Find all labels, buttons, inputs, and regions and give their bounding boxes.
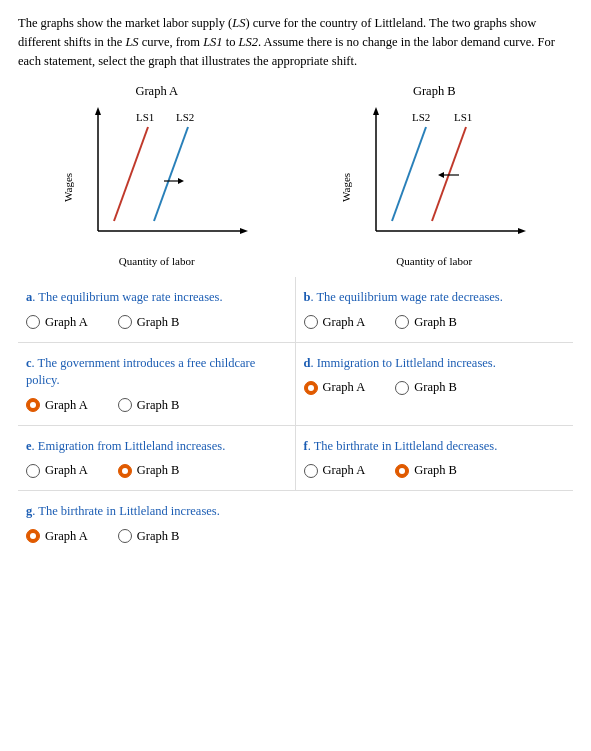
graph-a-svg: LS1 LS2 bbox=[76, 103, 251, 252]
question-a-radio-graph-b[interactable] bbox=[118, 315, 132, 329]
question-f-option-graph-b[interactable]: Graph B bbox=[395, 463, 457, 478]
question-f-text: f. The birthrate in Littleland decreases… bbox=[304, 438, 566, 456]
question-a-label-graph-a: Graph A bbox=[45, 315, 88, 330]
question-a-text: a. The equilibrium wage rate increases. bbox=[26, 289, 287, 307]
graphs-section: Graph A Wages LS1 bbox=[18, 84, 573, 267]
question-f-radio-graph-b[interactable] bbox=[395, 464, 409, 478]
graph-a-chart: LS1 LS2 bbox=[76, 103, 251, 248]
graph-a-ylabel: Wages bbox=[62, 122, 74, 252]
question-d-cell: d. Immigration to Littleland increases. … bbox=[296, 343, 574, 425]
graph-b-area: Wages LS2 bbox=[340, 103, 529, 252]
graph-a-wrapper: Graph A Wages LS1 bbox=[37, 84, 277, 267]
graph-b-svg: LS2 LS1 bbox=[354, 103, 529, 252]
question-b-option-graph-b[interactable]: Graph B bbox=[395, 315, 457, 330]
question-b-text: b. The equilibrium wage rate decreases. bbox=[304, 289, 566, 307]
graph-a-xlabel: Quantity of labor bbox=[119, 255, 195, 267]
question-row-ab: a. The equilibrium wage rate increases. … bbox=[18, 277, 573, 343]
question-f-options: Graph A Graph B bbox=[304, 463, 566, 478]
question-e-radio-graph-a[interactable] bbox=[26, 464, 40, 478]
graph-b-xlabel: Quantity of labor bbox=[396, 255, 472, 267]
svg-line-5 bbox=[154, 127, 188, 221]
question-g-options: Graph A Graph B bbox=[26, 529, 288, 544]
question-e-cell: e. Emigration from Littleland increases.… bbox=[18, 426, 296, 491]
graph-b-title: Graph B bbox=[413, 84, 456, 99]
question-d-options: Graph A Graph B bbox=[304, 380, 566, 395]
question-c-cell: c. The government introduces a free chil… bbox=[18, 343, 296, 425]
question-b-option-graph-a[interactable]: Graph A bbox=[304, 315, 366, 330]
question-c-option-graph-b[interactable]: Graph B bbox=[118, 398, 180, 413]
question-e-options: Graph A Graph B bbox=[26, 463, 287, 478]
question-b-options: Graph A Graph B bbox=[304, 315, 566, 330]
question-a-option-graph-a[interactable]: Graph A bbox=[26, 315, 88, 330]
question-c-text: c. The government introduces a free chil… bbox=[26, 355, 287, 390]
question-row-ef: e. Emigration from Littleland increases.… bbox=[18, 426, 573, 492]
svg-text:LS1: LS1 bbox=[136, 111, 154, 123]
intro-text: The graphs show the market labor supply … bbox=[18, 14, 573, 70]
question-d-radio-graph-b[interactable] bbox=[395, 381, 409, 395]
svg-marker-11 bbox=[373, 107, 379, 115]
question-g-option-graph-a[interactable]: Graph A bbox=[26, 529, 88, 544]
question-a-cell: a. The equilibrium wage rate increases. … bbox=[18, 277, 296, 342]
question-a-option-graph-b[interactable]: Graph B bbox=[118, 315, 180, 330]
question-d-text: d. Immigration to Littleland increases. bbox=[304, 355, 566, 373]
question-c-radio-graph-a[interactable] bbox=[26, 398, 40, 412]
question-c-label-graph-b: Graph B bbox=[137, 398, 180, 413]
svg-text:LS2: LS2 bbox=[412, 111, 430, 123]
svg-marker-17 bbox=[438, 172, 444, 178]
question-b-radio-graph-b[interactable] bbox=[395, 315, 409, 329]
question-g-option-graph-b[interactable]: Graph B bbox=[118, 529, 180, 544]
question-d-label-graph-b: Graph B bbox=[414, 380, 457, 395]
question-e-option-graph-b[interactable]: Graph B bbox=[118, 463, 180, 478]
question-row-cd: c. The government introduces a free chil… bbox=[18, 343, 573, 426]
question-e-label-graph-a: Graph A bbox=[45, 463, 88, 478]
question-a-options: Graph A Graph B bbox=[26, 315, 287, 330]
question-d-option-graph-b[interactable]: Graph B bbox=[395, 380, 457, 395]
question-a-radio-graph-a[interactable] bbox=[26, 315, 40, 329]
question-d-label-graph-a: Graph A bbox=[323, 380, 366, 395]
question-a-label-graph-b: Graph B bbox=[137, 315, 180, 330]
question-f-radio-graph-a[interactable] bbox=[304, 464, 318, 478]
question-g-text: g. The birthrate in Littleland increases… bbox=[26, 503, 288, 521]
question-row-g: g. The birthrate in Littleland increases… bbox=[18, 491, 573, 556]
svg-line-4 bbox=[114, 127, 148, 221]
question-g-empty bbox=[296, 491, 574, 556]
svg-marker-1 bbox=[95, 107, 101, 115]
question-b-radio-graph-a[interactable] bbox=[304, 315, 318, 329]
question-b-label-graph-a: Graph A bbox=[323, 315, 366, 330]
question-g-radio-graph-b[interactable] bbox=[118, 529, 132, 543]
question-c-label-graph-a: Graph A bbox=[45, 398, 88, 413]
question-f-label-graph-a: Graph A bbox=[323, 463, 366, 478]
question-g-cell: g. The birthrate in Littleland increases… bbox=[18, 491, 296, 556]
svg-line-14 bbox=[392, 127, 426, 221]
svg-text:LS2: LS2 bbox=[176, 111, 194, 123]
question-e-option-graph-a[interactable]: Graph A bbox=[26, 463, 88, 478]
question-d-option-graph-a[interactable]: Graph A bbox=[304, 380, 366, 395]
question-g-radio-graph-a[interactable] bbox=[26, 529, 40, 543]
question-c-option-graph-a[interactable]: Graph A bbox=[26, 398, 88, 413]
questions-section: a. The equilibrium wage rate increases. … bbox=[18, 277, 573, 556]
question-g-label-graph-a: Graph A bbox=[45, 529, 88, 544]
question-f-option-graph-a[interactable]: Graph A bbox=[304, 463, 366, 478]
graph-b-ylabel: Wages bbox=[340, 122, 352, 252]
graph-b-chart: LS2 LS1 bbox=[354, 103, 529, 248]
svg-marker-13 bbox=[518, 228, 526, 234]
svg-line-15 bbox=[432, 127, 466, 221]
graph-b-wrapper: Graph B Wages LS2 bbox=[314, 84, 554, 267]
question-f-label-graph-b: Graph B bbox=[414, 463, 457, 478]
graph-a-title: Graph A bbox=[135, 84, 178, 99]
question-c-radio-graph-b[interactable] bbox=[118, 398, 132, 412]
question-e-radio-graph-b[interactable] bbox=[118, 464, 132, 478]
svg-marker-3 bbox=[240, 228, 248, 234]
question-g-label-graph-b: Graph B bbox=[137, 529, 180, 544]
question-c-options: Graph A Graph B bbox=[26, 398, 287, 413]
question-f-cell: f. The birthrate in Littleland decreases… bbox=[296, 426, 574, 491]
question-e-label-graph-b: Graph B bbox=[137, 463, 180, 478]
svg-text:LS1: LS1 bbox=[454, 111, 472, 123]
svg-marker-7 bbox=[178, 178, 184, 184]
question-d-radio-graph-a[interactable] bbox=[304, 381, 318, 395]
graph-a-area: Wages LS1 bbox=[62, 103, 251, 252]
question-b-cell: b. The equilibrium wage rate decreases. … bbox=[296, 277, 574, 342]
question-e-text: e. Emigration from Littleland increases. bbox=[26, 438, 287, 456]
question-b-label-graph-b: Graph B bbox=[414, 315, 457, 330]
